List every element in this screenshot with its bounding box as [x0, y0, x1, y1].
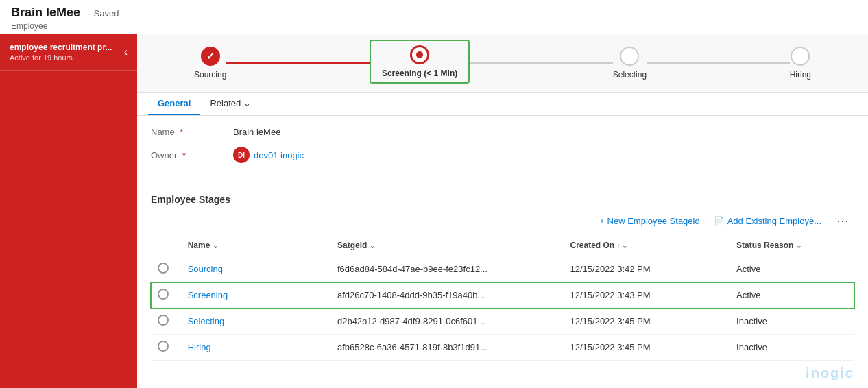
row-checkbox[interactable] [151, 282, 181, 308]
name-label: Name * [151, 127, 233, 137]
stage-screening-label: Screening (< 1 Min) [382, 69, 457, 78]
stages-container: ✓ Sourcing Screening (< 1 Min) Sele [194, 40, 811, 86]
table-body: Sourcing f6d6ad84-584d-47ae-b9ee-fe23fc1… [151, 256, 854, 361]
stage-sourcing-circle: ✓ [201, 47, 220, 66]
stages-section-title: Employee Stages [151, 194, 854, 205]
row-name: Sourcing [181, 256, 330, 282]
sidebar-item-title: employee recruitment pr... [10, 43, 112, 52]
owner-field: DI dev01 inogic [233, 147, 304, 163]
row-checkbox[interactable] [151, 335, 181, 361]
employee-stages-section: Employee Stages + + New Employee Stageid… [137, 184, 868, 388]
main-layout: employee recruitment pr... Active for 19… [0, 34, 868, 388]
stage-screening-circle [410, 45, 429, 64]
sort-stageid-icon: ⌄ [370, 242, 375, 250]
connector-selecting-hiring [647, 62, 790, 64]
row-name-link[interactable]: Screening [188, 290, 228, 300]
owner-required: * [182, 150, 186, 160]
row-name-link[interactable]: Sourcing [188, 264, 223, 274]
table-row[interactable]: Sourcing f6d6ad84-584d-47ae-b9ee-fe23fc1… [151, 256, 854, 282]
connector-screening-selecting [470, 62, 613, 64]
connector-sourcing-screening [226, 62, 370, 64]
stage-sourcing-label: Sourcing [194, 70, 226, 80]
radio-icon[interactable] [158, 341, 169, 352]
row-stageid: afb6528c-6a36-4571-819f-8b3f1d91... [330, 335, 564, 361]
row-name: Screening [181, 282, 330, 308]
row-checkbox[interactable] [151, 256, 181, 282]
row-created-on: 12/15/2022 3:45 PM [564, 308, 730, 335]
stage-selecting[interactable]: Selecting [613, 47, 647, 80]
stage-hiring[interactable]: Hiring [790, 47, 811, 80]
sort-status-icon: ⌄ [796, 242, 801, 250]
col-header-stageid[interactable]: Satgeid ⌄ [330, 235, 564, 256]
saved-badge: - Saved [88, 8, 119, 19]
row-checkbox[interactable] [151, 308, 181, 335]
stage-hiring-circle [791, 47, 810, 66]
col-header-status-reason[interactable]: Status Reason ⌄ [730, 235, 854, 256]
check-icon: ✓ [206, 51, 215, 62]
row-created-on: 12/15/2022 3:45 PM [564, 335, 730, 361]
record-type: Employee [11, 21, 857, 31]
sidebar-collapse-button[interactable]: ‹ [124, 46, 128, 58]
stage-sourcing[interactable]: ✓ Sourcing [194, 47, 226, 80]
main-content: ✓ Sourcing Screening (< 1 Min) Sele [137, 34, 868, 388]
row-stageid: d2b42b12-d987-4df9-8291-0c6f601... [330, 308, 564, 335]
page-header: Brain leMee - Saved Employee [0, 0, 868, 34]
sidebar-item-sub: Active for 19 hours [10, 53, 112, 62]
table-row[interactable]: Selecting d2b42b12-d987-4df9-8291-0c6f60… [151, 308, 854, 335]
row-name: Selecting [181, 308, 330, 335]
sort-name-icon: ⌄ [213, 242, 218, 250]
row-stageid: f6d6ad84-584d-47ae-b9ee-fe23fc12... [330, 256, 564, 282]
radio-icon[interactable] [158, 263, 169, 274]
owner-link[interactable]: dev01 inogic [254, 150, 304, 160]
avatar: DI [233, 147, 250, 163]
row-created-on: 12/15/2022 3:42 PM [564, 256, 730, 282]
sidebar: employee recruitment pr... Active for 19… [0, 34, 137, 388]
record-title: Brain leMee [11, 5, 80, 19]
table-header: Name ⌄ Satgeid ⌄ Created On ↑ ⌄ Status R… [151, 235, 854, 256]
row-status-reason: Inactive [730, 335, 854, 361]
row-name: Hiring [181, 335, 330, 361]
add-icon: 📄 [714, 216, 725, 226]
nav-tabs: General Related ⌄ [137, 93, 868, 116]
stages-toolbar: + + New Employee Stageid 📄 Add Existing … [151, 212, 854, 230]
owner-label: Owner * [151, 150, 233, 160]
sort-created-icon: ↑ ⌄ [617, 242, 628, 250]
row-created-on: 12/15/2022 3:43 PM [564, 282, 730, 308]
name-row: Name * Brain leMee [151, 127, 854, 137]
tab-related[interactable]: Related ⌄ [200, 93, 260, 115]
more-options-button[interactable]: ⋯ [831, 212, 854, 230]
owner-row: Owner * DI dev01 inogic [151, 147, 854, 163]
row-status-reason: Inactive [730, 308, 854, 335]
stage-selecting-label: Selecting [613, 70, 647, 80]
name-required: * [180, 127, 183, 137]
plus-icon: + [592, 216, 597, 226]
row-status-reason: Active [730, 256, 854, 282]
stage-screening-box: Screening (< 1 Min) [370, 40, 470, 84]
stage-hiring-label: Hiring [790, 70, 811, 80]
table-row[interactable]: Screening afd26c70-1408-4ddd-9b35-f19a40… [151, 282, 854, 308]
col-header-check [151, 235, 181, 256]
sidebar-record-item[interactable]: employee recruitment pr... Active for 19… [0, 34, 137, 71]
table-row[interactable]: Hiring afb6528c-6a36-4571-819f-8b3f1d91.… [151, 335, 854, 361]
row-name-link[interactable]: Selecting [188, 316, 224, 326]
col-header-name[interactable]: Name ⌄ [181, 235, 330, 256]
form-section: Name * Brain leMee Owner * DI dev01 inog… [137, 116, 868, 184]
process-bar: ✓ Sourcing Screening (< 1 Min) Sele [137, 34, 868, 93]
row-stageid: afd26c70-1408-4ddd-9b35-f19a40b... [330, 282, 564, 308]
radio-icon[interactable] [158, 315, 169, 326]
new-employee-stageid-button[interactable]: + + New Employee Stageid [588, 213, 704, 229]
row-status-reason: Active [730, 282, 854, 308]
col-header-created-on[interactable]: Created On ↑ ⌄ [564, 235, 730, 256]
row-name-link[interactable]: Hiring [188, 342, 211, 352]
tab-general[interactable]: General [148, 93, 200, 115]
name-value: Brain leMee [233, 127, 280, 137]
add-existing-employee-button[interactable]: 📄 Add Existing Employe... [710, 213, 825, 229]
radio-icon[interactable] [158, 289, 169, 300]
stages-table: Name ⌄ Satgeid ⌄ Created On ↑ ⌄ Status R… [151, 235, 854, 361]
stage-screening[interactable]: Screening (< 1 Min) [370, 40, 470, 86]
stage-selecting-circle [620, 47, 639, 66]
